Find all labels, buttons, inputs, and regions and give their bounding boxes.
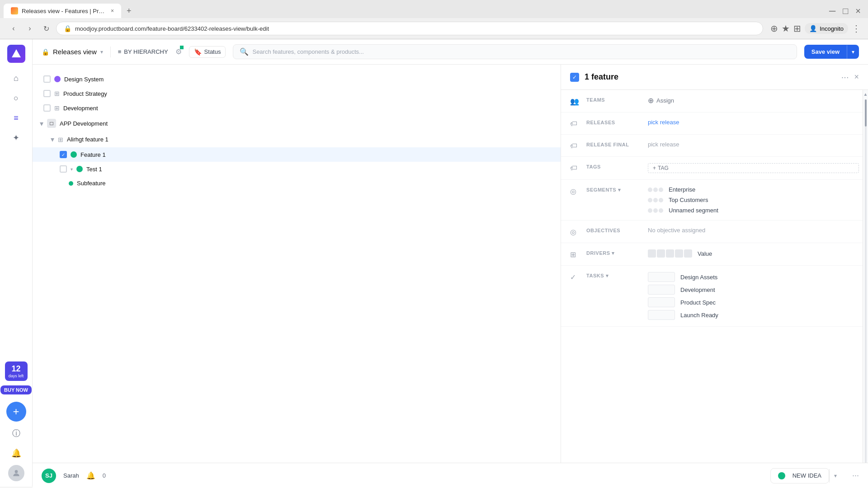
hierarchy-button[interactable]: ≡ BY HIERARCHY xyxy=(118,48,168,55)
status-icon: 🔖 xyxy=(194,48,202,56)
list-item[interactable]: ⊞ Product Strategy xyxy=(33,86,561,101)
buy-button[interactable]: BUY NOW xyxy=(0,385,32,394)
new-idea-button[interactable]: NEW IDEA xyxy=(770,468,829,483)
item-checkbox[interactable] xyxy=(43,90,51,97)
sub-toggle-icon[interactable]: ▾ xyxy=(71,167,73,172)
item-checkbox[interactable] xyxy=(43,75,51,83)
tags-value: + TAG xyxy=(648,163,859,173)
minimize-button[interactable]: ─ xyxy=(829,6,835,16)
user-avatar[interactable]: SJ xyxy=(42,469,56,483)
segment-item: Enterprise xyxy=(648,186,859,193)
active-tab[interactable]: Releases view - Features | Produ... × xyxy=(4,4,121,18)
pick-release-final-link[interactable]: pick release xyxy=(648,141,679,148)
task-checkbox[interactable] xyxy=(648,297,675,307)
main-content: 🔒 Releases view ▾ ≡ BY HIERARCHY ⚙ 🔖 Sta… xyxy=(33,39,868,487)
section-toggle-icon[interactable]: ▾ xyxy=(40,119,43,128)
add-button[interactable]: + xyxy=(6,402,26,422)
close-window-button[interactable]: × xyxy=(855,6,861,16)
objectives-icon: ◎ xyxy=(570,228,579,236)
item-checkbox[interactable] xyxy=(60,165,67,173)
feature-name: Feature 1 xyxy=(80,151,106,158)
sidebar-item-circle[interactable]: ○ xyxy=(8,90,24,106)
cast-icon[interactable]: ⊕ xyxy=(770,23,778,34)
sidebar-item-star[interactable]: ✦ xyxy=(8,130,24,146)
list-item[interactable]: ⊞ Development xyxy=(33,101,561,115)
release-final-icon: 🏷 xyxy=(570,142,579,150)
filter-button[interactable]: ⚙ xyxy=(175,47,182,56)
seg-dot xyxy=(653,198,658,202)
sidebar-item-info[interactable]: ⓘ xyxy=(8,425,24,441)
task-name: Development xyxy=(680,286,715,293)
assign-button[interactable]: ⊕ Assign xyxy=(648,96,859,105)
list-item[interactable]: Design System xyxy=(33,72,561,86)
feature-color-dot xyxy=(54,76,61,82)
drivers-chevron[interactable]: ▾ xyxy=(612,250,615,256)
refresh-button[interactable]: ↻ xyxy=(40,22,52,35)
folder-icon: □ xyxy=(47,119,56,128)
maximize-button[interactable]: □ xyxy=(843,6,848,16)
releases-icon: 🏷 xyxy=(570,120,579,128)
new-tab-button[interactable]: + xyxy=(123,5,135,18)
user-avatar-sidebar[interactable] xyxy=(8,465,24,481)
notify-icon: 🔔 xyxy=(86,471,95,480)
segments-chevron[interactable]: ▾ xyxy=(618,187,621,192)
sidebar-item-bell[interactable]: 🔔 xyxy=(8,445,24,461)
segment-toggle[interactable] xyxy=(648,208,663,213)
extension-icon[interactable]: ⊞ xyxy=(793,23,801,34)
panel-close-button[interactable]: × xyxy=(854,72,859,82)
seg-dot xyxy=(659,188,663,192)
bookmark-icon[interactable]: ★ xyxy=(782,23,790,34)
add-tag-button[interactable]: + TAG xyxy=(648,163,859,173)
save-view-button[interactable]: Save view ▾ xyxy=(804,45,859,59)
incognito-badge[interactable]: 👤 Incognito xyxy=(805,23,848,34)
new-idea-chevron[interactable]: ▾ xyxy=(829,469,841,483)
task-item: Development xyxy=(648,285,859,295)
forward-button[interactable]: › xyxy=(24,22,36,35)
teams-label: TEAMS xyxy=(586,97,641,103)
task-checkbox[interactable] xyxy=(648,285,675,295)
section-toggle-icon[interactable]: ▾ xyxy=(51,135,54,144)
release-final-value: pick release xyxy=(648,141,859,148)
back-button[interactable]: ‹ xyxy=(7,22,20,35)
segment-name: Top Customers xyxy=(669,197,708,203)
search-bar[interactable]: 🔍 Search features, components & products… xyxy=(233,44,797,59)
tags-label: TAGS xyxy=(586,164,641,169)
task-checkbox[interactable] xyxy=(648,310,675,320)
status-button[interactable]: 🔖 Status xyxy=(189,46,226,58)
task-checkbox[interactable] xyxy=(648,272,675,282)
list-item[interactable]: Subfeature xyxy=(33,176,561,190)
feature-color-dot xyxy=(76,166,83,172)
sidebar-item-home[interactable]: ⌂ xyxy=(8,70,24,86)
drivers-label-text: Value xyxy=(698,250,712,257)
segment-toggle[interactable] xyxy=(648,198,663,202)
segment-item: Top Customers xyxy=(648,197,859,203)
list-item[interactable]: ▾ □ APP Development xyxy=(33,115,561,131)
url-bar[interactable]: 🔒 moodjoy.productboard.com/feature-board… xyxy=(56,22,763,35)
tab-close-button[interactable]: × xyxy=(111,8,114,14)
feature-name: Product Strategy xyxy=(63,90,107,97)
bottom-more-button[interactable]: ··· xyxy=(852,471,859,480)
pick-release-link[interactable]: pick release xyxy=(648,119,679,126)
segments-label: SEGMENTS ▾ xyxy=(586,187,641,193)
item-checkbox[interactable] xyxy=(43,104,51,112)
view-title-chevron[interactable]: ▾ xyxy=(100,49,103,55)
app-logo[interactable] xyxy=(7,45,25,63)
browser-menu-button[interactable]: ⋮ xyxy=(852,23,861,34)
svg-point-1 xyxy=(14,470,18,473)
list-item[interactable]: ▾ Test 1 xyxy=(33,162,561,176)
sidebar-item-list[interactable]: ≡ xyxy=(8,110,24,126)
scroll-thumb[interactable] xyxy=(865,99,867,127)
panel-more-button[interactable]: ··· xyxy=(841,72,849,82)
save-view-arrow[interactable]: ▾ xyxy=(847,45,859,59)
panel-select-checkbox[interactable]: ✓ xyxy=(570,73,579,82)
tasks-chevron[interactable]: ▾ xyxy=(606,273,609,278)
list-item[interactable]: ▾ ⊞ Alirhgt feature 1 xyxy=(33,131,561,147)
list-item[interactable]: ✓ Feature 1 xyxy=(33,147,561,162)
app-container: ⌂ ○ ≡ ✦ 12 days left BUY NOW + ⓘ 🔔 🔒 Rel… xyxy=(0,39,868,487)
svg-marker-0 xyxy=(12,49,21,57)
scroll-up-button[interactable]: ▲ xyxy=(862,90,868,99)
segment-name: Enterprise xyxy=(669,186,695,193)
segment-toggle[interactable] xyxy=(648,188,663,192)
top-bar: 🔒 Releases view ▾ ≡ BY HIERARCHY ⚙ 🔖 Sta… xyxy=(33,39,868,65)
item-checkbox[interactable]: ✓ xyxy=(60,151,67,158)
